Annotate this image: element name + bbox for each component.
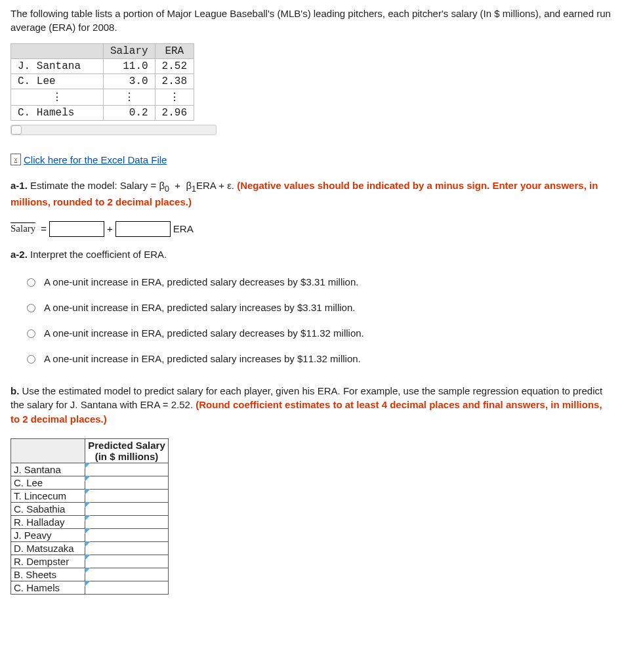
col-header-era: ERA bbox=[155, 44, 194, 59]
input-marker-icon bbox=[85, 541, 91, 547]
pred-salary-input-cell[interactable] bbox=[85, 581, 169, 595]
input-marker-icon bbox=[85, 555, 91, 560]
input-marker-icon bbox=[85, 515, 91, 521]
table-row: C. Hamels 0.2 2.96 bbox=[11, 106, 194, 121]
a2-option-2[interactable]: A one-unit increase in ERA, predicted sa… bbox=[24, 327, 612, 339]
pred-table-row: T. Lincecum bbox=[11, 490, 169, 503]
question-b: b. Use the estimated model to predict sa… bbox=[10, 384, 612, 427]
q-label-b: b. bbox=[10, 385, 19, 396]
pred-salary-input-cell[interactable] bbox=[85, 503, 169, 516]
cell-name: C. Hamels bbox=[11, 106, 104, 121]
a2-radio-2[interactable] bbox=[27, 329, 35, 338]
scrollbar-thumb[interactable] bbox=[11, 125, 22, 135]
beta0-sub: 0 bbox=[165, 184, 169, 194]
a2-option-0[interactable]: A one-unit increase in ERA, predicted sa… bbox=[24, 276, 612, 287]
pred-table-row: D. Matsuzaka bbox=[11, 542, 169, 555]
salary-equation-inputs: Salary = + ERA bbox=[10, 221, 612, 237]
excel-data-file-link[interactable]: x Click here for the Excel Data File bbox=[10, 154, 167, 165]
cell-salary: 11.0 bbox=[104, 59, 156, 74]
plus-sign: + bbox=[107, 223, 113, 234]
input-marker-icon bbox=[85, 581, 91, 587]
table-row: J. Santana 11.0 2.52 bbox=[11, 59, 194, 74]
table-row: C. Lee 3.0 2.38 bbox=[11, 74, 194, 89]
a2-option-label: A one-unit increase in ERA, predicted sa… bbox=[44, 353, 361, 364]
a2-option-1[interactable]: A one-unit increase in ERA, predicted sa… bbox=[24, 302, 612, 313]
cell-era: 2.96 bbox=[155, 106, 194, 121]
pitcher-data-table: Salary ERA J. Santana 11.0 2.52 C. Lee 3… bbox=[10, 43, 194, 121]
pred-table-row: R. Dempster bbox=[11, 555, 169, 568]
input-marker-icon bbox=[85, 528, 91, 534]
pred-player-name: B. Sheets bbox=[11, 568, 85, 581]
pred-table-row: C. Hamels bbox=[11, 581, 169, 595]
pred-salary-input-cell[interactable] bbox=[85, 516, 169, 529]
pred-header-salary: Predicted Salary (in $ millions) bbox=[85, 438, 169, 463]
a2-option-3[interactable]: A one-unit increase in ERA, predicted sa… bbox=[24, 353, 612, 364]
q-label-a2: a-2. bbox=[10, 249, 28, 260]
question-a1: a-1. Estimate the model: Salary = β0 + β… bbox=[10, 178, 612, 209]
col-header-salary: Salary bbox=[104, 44, 156, 59]
intro-text: The following table lists a portion of M… bbox=[10, 7, 612, 34]
pred-player-name: J. Santana bbox=[11, 463, 85, 476]
pred-header-blank bbox=[11, 438, 85, 463]
input-marker-icon bbox=[85, 502, 91, 508]
pred-table-row: C. Sabathia bbox=[11, 503, 169, 516]
pred-player-name: D. Matsuzaka bbox=[11, 542, 85, 555]
beta1-sub: 1 bbox=[192, 184, 196, 194]
a1-plus: + bbox=[172, 180, 183, 191]
cell-salary: 3.0 bbox=[104, 74, 156, 89]
a2-text: Interpret the coefficient of ERA. bbox=[28, 249, 167, 260]
pred-table-row: J. Peavy bbox=[11, 529, 169, 542]
pred-salary-input-cell[interactable] bbox=[85, 568, 169, 581]
vdots-icon: ⋮ bbox=[155, 89, 194, 106]
equals-sign: = bbox=[41, 223, 47, 234]
pred-salary-input-cell[interactable] bbox=[85, 555, 169, 568]
pred-salary-input-cell[interactable] bbox=[85, 490, 169, 503]
cell-era: 2.52 bbox=[155, 59, 194, 74]
pred-table-row: B. Sheets bbox=[11, 568, 169, 581]
input-marker-icon bbox=[85, 476, 91, 482]
pred-salary-input-cell[interactable] bbox=[85, 463, 169, 476]
a2-radio-0[interactable] bbox=[27, 278, 35, 287]
input-marker-icon bbox=[85, 489, 91, 495]
a1-model-end: ERA + ε. bbox=[196, 180, 237, 191]
vdots-icon: ⋮ bbox=[104, 89, 156, 106]
predicted-salary-table: Predicted Salary (in $ millions) J. Sant… bbox=[10, 438, 169, 595]
table-ellipsis-row: ⋮ ⋮ ⋮ bbox=[11, 89, 194, 106]
pred-player-name: T. Lincecum bbox=[11, 490, 85, 503]
pred-player-name: R. Dempster bbox=[11, 555, 85, 568]
a2-options: A one-unit increase in ERA, predicted sa… bbox=[24, 276, 612, 364]
a2-radio-1[interactable] bbox=[27, 304, 35, 312]
a2-option-label: A one-unit increase in ERA, predicted sa… bbox=[44, 327, 364, 339]
q-label-a1: a-1. bbox=[10, 180, 28, 191]
pred-table-row: R. Halladay bbox=[11, 516, 169, 529]
question-a2: a-2. Interpret the coefficient of ERA. bbox=[10, 247, 612, 262]
cell-salary: 0.2 bbox=[104, 106, 156, 121]
input-marker-icon bbox=[85, 568, 91, 574]
pred-salary-input-cell[interactable] bbox=[85, 529, 169, 542]
file-icon: x bbox=[10, 154, 21, 165]
pred-salary-input-cell[interactable] bbox=[85, 476, 169, 490]
cell-name: C. Lee bbox=[11, 74, 104, 89]
vdots-icon: ⋮ bbox=[11, 89, 104, 106]
beta1-input[interactable] bbox=[115, 221, 171, 237]
a2-radio-3[interactable] bbox=[27, 355, 35, 364]
beta0: β bbox=[159, 180, 165, 191]
a1-text: Estimate the model: Salary = bbox=[28, 180, 159, 191]
beta0-input[interactable] bbox=[49, 221, 104, 237]
pred-player-name: C. Lee bbox=[11, 476, 85, 490]
input-marker-icon bbox=[85, 463, 91, 469]
pred-player-name: C. Hamels bbox=[11, 581, 85, 595]
horizontal-scrollbar[interactable] bbox=[10, 125, 217, 135]
a2-option-label: A one-unit increase in ERA, predicted sa… bbox=[44, 276, 358, 287]
col-header-blank bbox=[11, 44, 104, 59]
pred-player-name: J. Peavy bbox=[11, 529, 85, 542]
pred-table-row: J. Santana bbox=[11, 463, 169, 476]
a2-option-label: A one-unit increase in ERA, predicted sa… bbox=[44, 302, 355, 313]
pred-salary-input-cell[interactable] bbox=[85, 542, 169, 555]
excel-link-label: Click here for the Excel Data File bbox=[24, 154, 167, 165]
beta1: β bbox=[186, 180, 192, 191]
pred-table-row: C. Lee bbox=[11, 476, 169, 490]
pred-player-name: R. Halladay bbox=[11, 516, 85, 529]
cell-name: J. Santana bbox=[11, 59, 104, 74]
era-unit-label: ERA bbox=[173, 223, 194, 234]
